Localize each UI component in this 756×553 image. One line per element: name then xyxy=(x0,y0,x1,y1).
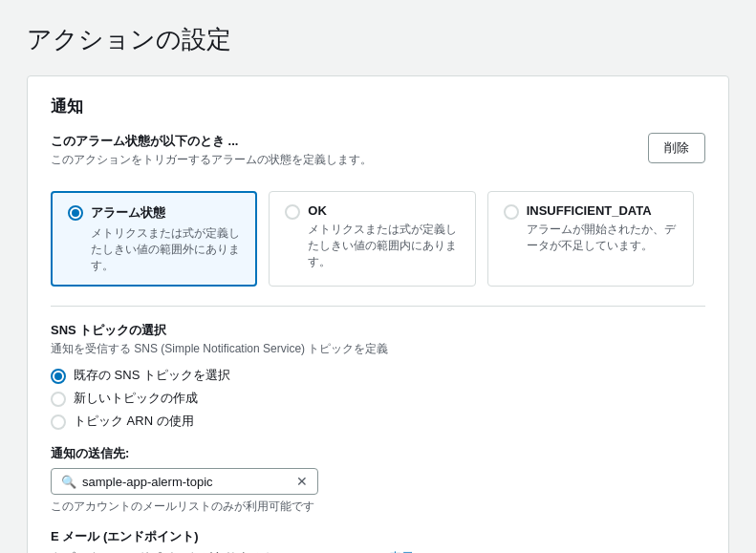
divider xyxy=(51,306,705,307)
account-note: このアカウントのメールリストのみが利用可能です xyxy=(51,499,705,515)
sns-option-new[interactable]: 新しいトピックの作成 xyxy=(51,390,705,407)
search-box: 🔍 ✕ xyxy=(51,468,318,495)
clear-icon[interactable]: ✕ xyxy=(296,474,308,489)
radio-arn xyxy=(51,415,66,430)
sns-sublabel: 通知を受信する SNS (Simple Notification Service… xyxy=(51,341,705,357)
email-label: E メール (エンドポイント) xyxy=(51,528,705,545)
alarm-option-ok[interactable]: OK メトリクスまたは式が定義したしきい値の範囲内にあります。 xyxy=(269,191,475,287)
search-input[interactable] xyxy=(82,475,291,489)
email-value: トピックにエンドポイントがありません - SNS コンソールで表示↗ xyxy=(51,549,705,553)
sns-option-new-label: 新しいトピックの作成 xyxy=(74,390,198,407)
alarm-option-insufficient-desc: アラームが開始されたか、データが不足しています。 xyxy=(527,222,678,254)
alarm-state-label: このアラーム状態が以下のとき ... xyxy=(51,133,648,150)
send-to-section: 通知の送信先: 🔍 ✕ このアカウントのメールリストのみが利用可能です xyxy=(51,445,705,515)
sns-option-existing[interactable]: 既存の SNS トピックを選択 xyxy=(51,367,705,384)
radio-new xyxy=(51,392,66,407)
sns-option-existing-label: 既存の SNS トピックを選択 xyxy=(74,367,230,384)
alarm-option-insufficient[interactable]: INSUFFICIENT_DATA アラームが開始されたか、データが不足していま… xyxy=(487,191,694,287)
search-icon: 🔍 xyxy=(61,475,76,489)
alarm-option-alarm-title: アラーム状態 xyxy=(91,204,240,222)
alarm-options-row: アラーム状態 メトリクスまたは式が定義したしきい値の範囲外にあります。 OK メ… xyxy=(51,191,705,287)
section-title: 通知 xyxy=(51,96,705,117)
alarm-option-ok-title: OK xyxy=(308,203,459,218)
sns-label: SNS トピックの選択 xyxy=(51,322,705,339)
sns-option-arn-label: トピック ARN の使用 xyxy=(74,413,194,430)
email-section: E メール (エンドポイント) トピックにエンドポイントがありません - SNS… xyxy=(51,528,705,553)
alarm-option-insufficient-title: INSUFFICIENT_DATA xyxy=(527,203,678,218)
sns-option-arn[interactable]: トピック ARN の使用 xyxy=(51,413,705,430)
send-to-label: 通知の送信先: xyxy=(51,445,705,462)
page-container: アクションの設定 通知 このアラーム状態が以下のとき ... このアクションをト… xyxy=(0,0,756,553)
page-title: アクションの設定 xyxy=(27,23,729,56)
alarm-header-row: このアラーム状態が以下のとき ... このアクションをトリガーするアラームの状態… xyxy=(51,133,705,180)
delete-button[interactable]: 削除 xyxy=(648,133,705,163)
alarm-state-sublabel: このアクションをトリガーするアラームの状態を定義します。 xyxy=(51,152,648,168)
radio-alarm xyxy=(68,205,83,221)
sns-section: SNS トピックの選択 通知を受信する SNS (Simple Notifica… xyxy=(51,322,705,430)
radio-insufficient xyxy=(504,204,519,220)
main-card: 通知 このアラーム状態が以下のとき ... このアクションをトリガーするアラーム… xyxy=(27,75,729,553)
alarm-option-alarm-desc: メトリクスまたは式が定義したしきい値の範囲外にあります。 xyxy=(91,225,240,273)
alarm-state-section: このアラーム状態が以下のとき ... このアクションをトリガーするアラームの状態… xyxy=(51,133,705,287)
alarm-option-alarm[interactable]: アラーム状態 メトリクスまたは式が定義したしきい値の範囲外にあります。 xyxy=(51,191,257,287)
radio-ok xyxy=(285,204,300,220)
alarm-option-ok-desc: メトリクスまたは式が定義したしきい値の範囲内にあります。 xyxy=(308,222,459,269)
radio-existing xyxy=(51,369,66,384)
alarm-labels: このアラーム状態が以下のとき ... このアクションをトリガーするアラームの状態… xyxy=(51,133,648,180)
